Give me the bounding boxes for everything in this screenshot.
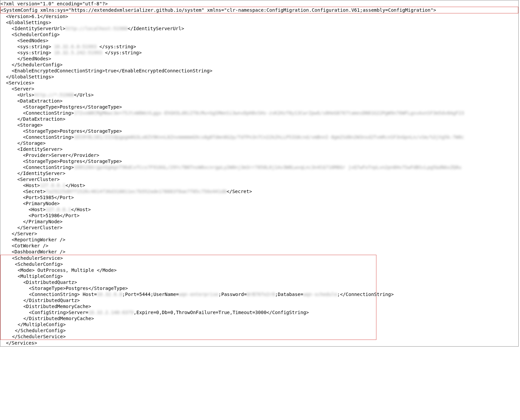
- storagetype: <StorageType>Postgres</StorageType>: [0, 158, 518, 164]
- blurred-host: 10.32.6.8: [97, 291, 122, 297]
- version: <Version>6.1</Version>: [0, 13, 518, 19]
- server-open: <Server>: [0, 86, 518, 92]
- server-close: </Server>: [0, 231, 518, 237]
- storagetype: <StorageType>Postgres</StorageType>: [0, 128, 518, 134]
- blurred-host: 127.0.0.1: [46, 206, 71, 213]
- configstring: <ConfigString>Server=10.32.2.148:6379,Ex…: [1, 309, 376, 315]
- schedulerservice-highlight: <SchedulerService> <SchedulerConfig> <Mo…: [0, 255, 376, 340]
- schedulerconfig-close: </SchedulerConfig>: [0, 62, 518, 68]
- host: <Host>127.0.0.1</Host>: [0, 206, 518, 213]
- services-open: <Services>: [0, 80, 518, 86]
- connectionstring: <ConnectionString> Host=10.32.6.8;Port=5…: [1, 291, 376, 297]
- schedulerconfig-open: <SchedulerConfig>: [1, 261, 376, 267]
- distributedquartz-close: </DistributedQuartz>: [1, 297, 376, 303]
- identityserverurl: <IdentityServerUrl>http://localhost:5198…: [0, 25, 518, 32]
- globalsettings-open: <GlobalSettings>: [0, 19, 518, 25]
- schedulerservice-open: <SchedulerService>: [1, 255, 376, 261]
- services-close: </Services>: [0, 340, 518, 346]
- dataextraction-open: <DataExtraction>: [0, 98, 518, 104]
- seednodes-close: </SeedNodes>: [0, 56, 518, 62]
- schedulerconfig-close: </SchedulerConfig>: [1, 327, 376, 334]
- xml-document: <?xml version="1.0" encoding="utf-8"?> <…: [0, 0, 519, 347]
- blurred-user: wqn-enterprise: [179, 291, 218, 297]
- primarynode-close: </PrimaryNode>: [0, 219, 518, 225]
- storage-open: <Storage>: [0, 122, 518, 128]
- blurred-host: 127.0.0.1: [40, 182, 65, 188]
- identityserver-close: </IdentityServer>: [0, 170, 518, 176]
- urls: <Urls>http://*:51988</Urls>: [0, 92, 518, 98]
- blurred-connstr: 16S9Y8LS81/21Sdpgpgm8G3Lo8ZV9KnnL8Znvmmm…: [74, 134, 464, 140]
- xml-declaration: <?xml version="1.0" encoding="utf-8"?>: [0, 1, 518, 7]
- blurred-pwd: WrB76fe2r8: [247, 291, 275, 297]
- distributedmemorycache-close: </DistributedMemoryCache>: [1, 315, 376, 321]
- storagetype: <StorageType>Postgres</StorageType>: [1, 285, 376, 291]
- sysstring-1: <sys:string> 10.32.6.8:51993 </sys:strin…: [0, 44, 518, 50]
- mode: <Mode> OutProcess, Multiple </Mode>: [1, 267, 376, 273]
- enable-encrypted: <EnableEncryptedConnectionString>true</E…: [0, 68, 518, 74]
- distributedquartz-open: <DistributedQuartz>: [1, 279, 376, 285]
- servercluster-close: </ServerCluster>: [0, 225, 518, 231]
- blurred-connstr: 108S28ArgpnGgmgnT96dCxfCcs7F916GL/29YcfB…: [74, 164, 461, 170]
- connectionstring: <ConnectionString>16S9Y8LS81/21Sdpgpgm8G…: [0, 134, 518, 140]
- sysstring-2: <sys:string> 10.32.5.242:51993 </sys:str…: [0, 50, 518, 56]
- provider: <Provider>Server</Provider>: [0, 152, 518, 158]
- dashboardworker: <DashboardWorker />: [0, 249, 518, 255]
- primarynode-open: <PrimaryNode>: [0, 200, 518, 206]
- globalsettings-close: </GlobalSettings>: [0, 74, 518, 80]
- blurred-db: wqn-schedule: [303, 291, 337, 297]
- schedulerservice-close: </SchedulerService>: [1, 334, 376, 340]
- blurred-url: http://*:51988: [34, 92, 74, 98]
- storage-close: </Storage>: [0, 140, 518, 146]
- blurred-host: 10.32.6.8:51993: [54, 44, 96, 50]
- servercluster-open: <ServerCluster>: [0, 176, 518, 182]
- multipleconfig-close: </MultipleConfig>: [1, 321, 376, 327]
- dataextraction-close: </DataExtraction>: [0, 116, 518, 122]
- seednodes-open: <SeedNodes>: [0, 38, 518, 44]
- port: <Port>51985</Port>: [0, 194, 518, 200]
- cotworker: <CotWorker />: [0, 243, 518, 249]
- schedulerconfig-open: <SchedulerConfig>: [0, 32, 518, 38]
- storagetype: <StorageType>Postgres</StorageType>: [0, 104, 518, 110]
- connectionstring: <ConnectionString>172vxW8CMgMmwc3e=75Jtx…: [0, 110, 518, 116]
- distributedmemorycache-open: <DistributedMemoryCache>: [1, 303, 376, 309]
- blurred-server: 10.32.2.148:6379: [88, 309, 134, 315]
- host: <Host>127.0.0.1</Host>: [0, 182, 518, 188]
- blurred-host: 10.32.5.242:51993: [54, 50, 102, 56]
- systemconfig-open-highlight: <SystemConfig xmlns:sys="https://extende…: [0, 7, 518, 13]
- secret: <Secret>fa29225d8ff1526c4614f36d318811ec…: [0, 188, 518, 194]
- blurred-secret: fa29225d8ff1526c4614f36d318811ec7b552ade…: [46, 188, 226, 194]
- blurred-url: http://localhost:51988: [65, 25, 127, 32]
- identityserver-open: <IdentityServer>: [0, 146, 518, 152]
- port: <Port>51986</Port>: [0, 213, 518, 219]
- multipleconfig-open: <MultipleConfig>: [1, 273, 376, 279]
- blurred-connstr: 172vxW8CMgMmwc3e=75JtxW8WsVLggs-EhGH3Ld8…: [74, 110, 464, 116]
- reportingworker: <ReportingWorker />: [0, 237, 518, 243]
- connectionstring: <ConnectionString>108S28ArgpnGgmgnT96dCx…: [0, 164, 518, 170]
